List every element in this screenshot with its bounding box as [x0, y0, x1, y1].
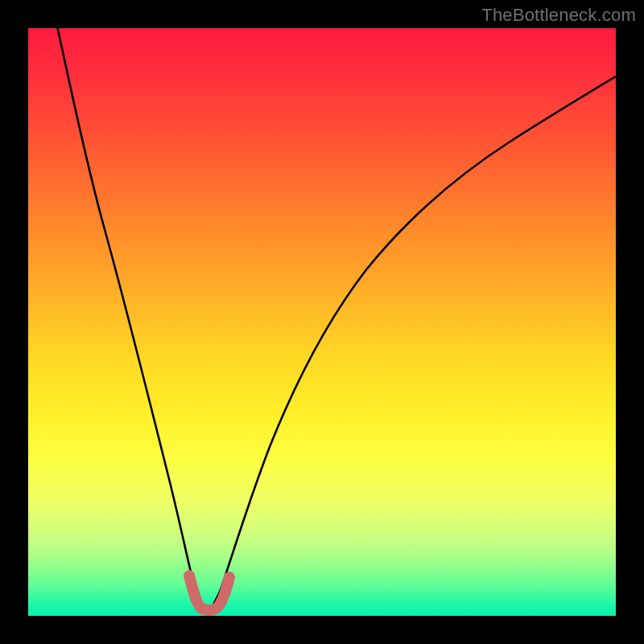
- plot-area: [28, 28, 616, 616]
- bottleneck-curve: [58, 28, 617, 609]
- chart-frame: TheBottleneck.com: [0, 0, 644, 644]
- watermark-text: TheBottleneck.com: [481, 5, 636, 26]
- curve-layer: [28, 28, 616, 616]
- valley-highlight: [189, 576, 229, 610]
